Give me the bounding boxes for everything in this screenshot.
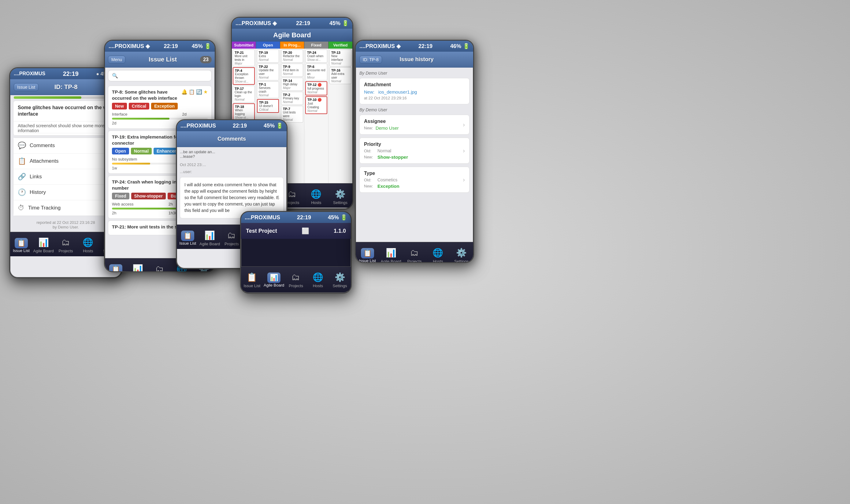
tab-agile-label-6: Agile Board [381,259,401,263]
history-row[interactable]: 🕐 History › [14,185,118,200]
tab-settings-label-6: Settings [454,259,469,263]
card-tp2[interactable]: TP-2Primary keyNormal [281,92,303,105]
comments-label: Comments [30,143,107,149]
tab-projects-6[interactable]: 🗂 Projects [403,242,427,263]
back-button-1[interactable]: Issue List [14,83,38,91]
status-bar-4: ....PROXIMUS 22:19 45% 🔋 [177,120,287,131]
tab-settings-3[interactable]: ⚙️ Settings [328,183,352,208]
settings-icon-5: ⚙️ [334,272,345,282]
project-header-5: Test Project ⬜ 1.1.0 [241,223,351,239]
history-attachment-card: Attachment New: ios_demouser1.jpg at 22 … [359,78,470,104]
links-row[interactable]: 🔗 Links 2 › [14,169,118,185]
tab-agile-5[interactable]: 📊 Agile Board [263,267,285,291]
issue-desc: Attached screenshot should show some mor… [18,123,112,133]
issue-title: Some glitches have occurred on the web i… [14,101,118,121]
card-tp17[interactable]: TP-17Clean up the loginNormal [233,86,255,103]
back-button-6[interactable]: ID: TP-8 [359,56,382,64]
card-tp15[interactable]: TP-15UI doesn'tCritical [257,99,279,113]
links-label: Links [30,174,107,180]
il-icon-2: 📋 [112,266,120,272]
tab-issue-list-6[interactable]: 📋 Issue List [356,242,379,263]
card-tp6[interactable]: TP-6Encounte red anMinor [305,64,327,80]
tab-projects-label-4: Projects [224,241,239,246]
comments-row[interactable]: 💬 Comments 5 › [14,138,118,154]
tab-projects-label-6: Projects [408,259,422,263]
card-tp12[interactable]: TP-12 🔴full progressNormal [305,82,327,95]
history-type-old-val: Cosmetics [377,177,397,182]
tab-hosts-label-3: Hosts [311,200,321,205]
history-type-field: Type [364,170,463,176]
tab-issue-list-2[interactable]: 📋 Issue List [105,258,127,272]
tab-settings-label-3: Settings [333,200,347,205]
time-4: 22:19 [233,123,247,129]
nav-title-1: ID: TP-8 [38,84,93,91]
history-assignee-card[interactable]: Assignee New: Demo User › [359,115,470,134]
card-tp24-f[interactable]: TP-24Crash whenShow-st... [305,50,327,63]
tab-agile-4[interactable]: 📊 Agile Board [199,225,221,249]
issue-tags-tp8: New Critical Exception [112,103,208,109]
tab-settings-6[interactable]: ⚙️ Settings [450,242,473,263]
issue-title-section: Some glitches have occurred on the web i… [13,101,119,136]
card-tp19[interactable]: TP-19ExtraNormal [257,50,279,63]
time-3: 22:19 [296,20,310,26]
card-tp1[interactable]: TP-1Services crashNormal [257,82,279,98]
battery-5: 45% 🔋 [328,214,347,221]
agile-icon-6: 📊 [386,248,396,258]
time-tracking-row[interactable]: ⏱ Time Tracking › [14,200,118,216]
agile-col-headers: Submitted Open In Prog... Fixed Verified [232,41,352,49]
history-assignee-field: Assignee [364,119,463,124]
tab-hosts-5[interactable]: 🌐 Hosts [307,267,329,291]
card-tp9[interactable]: TP-9First item inNormal [281,64,303,77]
tag-exception-tp8: Exception [151,103,178,109]
time-tracking-label: Time Tracking [28,205,112,211]
tab-issue-list-4[interactable]: 📋 Issue List [177,225,199,249]
tab-issue-list-5[interactable]: 📋 Issue List [241,267,263,291]
status-bar-6: ....PROXIMUS ◈ 22:19 46% 🔋 [356,41,473,52]
card-tp16[interactable]: TP-16Add extra userNormal [329,67,351,84]
tab-projects-5[interactable]: 🗂 Projects [285,267,307,291]
history-type-card[interactable]: Type Old: Cosmetics New: Exception › [359,167,470,193]
comment-date-partial: Oct 2012 23:... [177,161,287,168]
card-tp21[interactable]: TP-21More unit tests inMajor [233,50,255,66]
meta-est-tp8: 2d [182,112,195,116]
time-2: 22:19 [164,43,178,50]
search-bar-2[interactable]: 🔍 [108,70,212,82]
hosts-icon-3: 🌐 [311,189,322,199]
carrier-5: ....PROXIMUS [245,214,280,221]
tab-agile-1[interactable]: 📊 Agile Board [32,232,55,256]
tab-hosts-1[interactable]: 🌐 Hosts [77,232,99,256]
card-tp18[interactable]: TP-18When loggingShow-st... [233,103,255,121]
col-header-submitted: Submitted [232,41,256,49]
tab-settings-5[interactable]: ⚙️ Settings [329,267,351,291]
carrier-4: ....PROXIMUS [180,123,216,129]
tab-label-agile-1: Agile Board [33,249,54,253]
card-tp14[interactable]: TP-14High delayMajor [281,78,303,91]
menu-button-2[interactable]: Menu [108,56,125,64]
il-icon-6: 📋 [363,249,372,257]
hosts-icon-5: 🌐 [312,272,323,282]
history-scroll[interactable]: By Demo User Attachment New: ios_demouse… [356,68,473,242]
tab-projects-1[interactable]: 🗂 Projects [55,232,77,256]
tab-projects-4[interactable]: 🗂 Projects [221,225,243,249]
tab-projects-2[interactable]: 🗂 Projects [149,258,171,272]
card-tp4[interactable]: TP-4Exception thrownShow-st... [233,67,255,85]
card-tp13[interactable]: TP-13New interfaceNormal [329,50,351,66]
history-type-new-val: Exception [377,183,399,189]
chevron-assignee: › [463,121,465,128]
tab-agile-2[interactable]: 📊 Agile Board [127,258,149,272]
tab-issue-list-1[interactable]: 📋 Issue List [10,232,32,256]
attachments-row[interactable]: 📋 Attachments 3 › [14,154,118,169]
card-tp10[interactable]: TP-10 🔴Just CreatingNormal [305,96,327,114]
card-tp20[interactable]: TP-20Refactor theNormal [281,50,303,63]
project-icon-5: ⬜ [302,227,309,235]
card-tp22[interactable]: TP-22Update the userNormal [257,64,279,80]
progress-fill-1 [14,96,82,99]
tag-show-stopper-tp24: Show-stopper [131,193,166,199]
agile-icon-4: 📊 [204,230,215,240]
history-priority-card[interactable]: Priority Old: Normal New: Show-stopper › [359,138,470,164]
time-1: 22:19 [63,70,78,77]
tab-settings-label-5: Settings [333,284,347,288]
tab-hosts-3[interactable]: 🌐 Hosts [304,183,328,208]
tab-agile-6[interactable]: 📊 Agile Board [379,242,403,263]
tab-hosts-6[interactable]: 🌐 Hosts [426,242,450,263]
